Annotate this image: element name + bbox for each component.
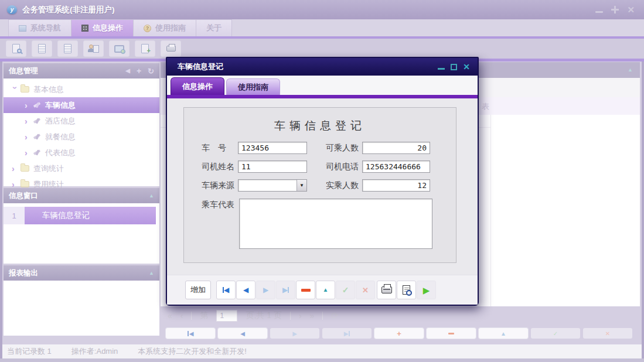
nav-last-button[interactable]: ▶ bbox=[322, 328, 372, 339]
pager-divider bbox=[290, 312, 291, 320]
nav-edit-button[interactable]: ▲ bbox=[479, 328, 528, 339]
minus-icon bbox=[301, 289, 311, 292]
tree-item-basic-info[interactable]: › 基本信息 bbox=[4, 81, 159, 97]
window-controls: ✕ bbox=[595, 5, 635, 14]
report-output-panel-header: 报表输出 ▲ bbox=[4, 265, 159, 281]
grid-header-label: 表 bbox=[482, 101, 489, 112]
last-record-button[interactable]: ▶ bbox=[276, 281, 295, 299]
pager-last-icon[interactable]: » bbox=[310, 311, 315, 320]
capacity-input[interactable] bbox=[362, 142, 430, 154]
document-add-icon[interactable]: + bbox=[135, 40, 155, 57]
vehicle-no-input[interactable] bbox=[238, 142, 307, 154]
post-record-button[interactable]: ✓ bbox=[336, 281, 355, 299]
pager-page-label: 第 bbox=[200, 310, 208, 321]
chevron-down-icon[interactable]: › bbox=[11, 86, 19, 93]
dialog-minimize-icon[interactable] bbox=[438, 68, 445, 70]
tab-label: 使用指南 bbox=[155, 23, 186, 33]
chevron-right-icon[interactable]: › bbox=[25, 133, 31, 141]
nav-insert-button[interactable]: + bbox=[374, 328, 424, 339]
nav-post-button[interactable]: ✓ bbox=[531, 328, 580, 339]
printer-icon bbox=[381, 286, 392, 293]
chevron-right-icon[interactable]: › bbox=[25, 101, 31, 110]
tab-system-nav[interactable]: 系统导航 bbox=[8, 19, 71, 36]
chevron-right-icon[interactable]: › bbox=[25, 149, 31, 157]
print-preview-button[interactable] bbox=[397, 281, 416, 299]
tab-label: 关于 bbox=[206, 23, 222, 33]
close-icon[interactable]: ✕ bbox=[627, 5, 635, 14]
window-browse-icon[interactable] bbox=[109, 40, 130, 57]
minimize-icon[interactable] bbox=[595, 11, 603, 13]
record-navigator: ◀ ◀ ▶ ▶ + ▲ ✓ ✕ bbox=[166, 328, 632, 339]
restore-icon[interactable] bbox=[611, 6, 619, 13]
folder-icon bbox=[21, 86, 29, 93]
tree-item-label: 查询统计 bbox=[33, 163, 64, 174]
driver-name-input[interactable] bbox=[238, 160, 307, 173]
refresh-icon[interactable]: ↻ bbox=[148, 67, 154, 75]
dialog-tab-user-guide[interactable]: 使用指南 bbox=[226, 78, 280, 95]
search-document-icon[interactable] bbox=[6, 40, 26, 57]
collapse-icon[interactable]: ▲ bbox=[149, 271, 154, 276]
print-export-icon[interactable] bbox=[161, 40, 181, 57]
vehicle-source-select[interactable]: ▼ bbox=[238, 179, 307, 192]
nav-next-button[interactable]: ▶ bbox=[270, 328, 319, 339]
tree-item-label: 代表信息 bbox=[45, 148, 76, 158]
tree-item-query-stats[interactable]: › 查询统计 bbox=[4, 160, 159, 176]
collapse-icon[interactable]: ▲ bbox=[628, 67, 633, 73]
left-triangle-icon: ◀ bbox=[243, 286, 248, 293]
tab-info-operation[interactable]: 信息操作 bbox=[71, 19, 134, 36]
info-manage-panel-header: 信息管理 ◀ + ↻ bbox=[4, 63, 159, 78]
form-view-icon[interactable] bbox=[32, 40, 52, 57]
passengers-label: 乘车代表 bbox=[202, 199, 234, 211]
info-manage-tree: › 基本信息 › 车辆信息 › 酒店信息 › 就餐信息 › bbox=[4, 78, 159, 186]
nav-prior-button[interactable]: ◀ bbox=[218, 328, 267, 339]
prior-record-button[interactable]: ◀ bbox=[236, 281, 255, 299]
collapse-icon[interactable]: ▲ bbox=[149, 193, 154, 199]
edit-record-button[interactable]: ▲ bbox=[316, 281, 335, 299]
run-button[interactable]: ▶ bbox=[417, 281, 436, 299]
chevron-right-icon[interactable]: › bbox=[12, 165, 18, 173]
first-record-button[interactable]: ◀ bbox=[216, 281, 236, 299]
actual-count-input[interactable] bbox=[362, 179, 430, 192]
grid-pager: « ‹ 第 页,共 1 页 › » ⟳ bbox=[168, 309, 339, 323]
document-icon[interactable] bbox=[57, 40, 78, 57]
nav-first-button[interactable]: ◀ bbox=[166, 328, 215, 339]
pager-refresh-icon[interactable]: ⟳ bbox=[331, 310, 339, 321]
next-record-button[interactable]: ▶ bbox=[256, 281, 275, 299]
pager-page-input[interactable] bbox=[216, 310, 237, 322]
print-button[interactable] bbox=[377, 281, 396, 299]
delegate-card-icon[interactable] bbox=[83, 40, 104, 57]
tree-item-label: 酒店信息 bbox=[45, 116, 76, 127]
tree-item-delegate-info[interactable]: › 代表信息 bbox=[4, 145, 159, 160]
delete-record-button[interactable] bbox=[296, 281, 315, 299]
play-icon: ▶ bbox=[423, 286, 430, 295]
nav-cancel-button[interactable]: ✕ bbox=[583, 328, 632, 339]
dialog-maximize-icon[interactable] bbox=[451, 64, 457, 70]
pager-prev-icon[interactable]: ‹ bbox=[180, 311, 183, 320]
add-icon[interactable]: + bbox=[137, 67, 141, 75]
dialog-tab-info-operation[interactable]: 信息操作 bbox=[171, 77, 224, 95]
tree-item-vehicle-info[interactable]: › 车辆信息 bbox=[4, 97, 159, 113]
cancel-record-button[interactable]: ✕ bbox=[356, 281, 375, 299]
tab-user-guide[interactable]: ? 使用指南 bbox=[134, 19, 196, 36]
dialog-close-icon[interactable]: ✕ bbox=[463, 63, 470, 71]
add-button[interactable]: 增加 bbox=[185, 281, 211, 299]
panel-title: 报表输出 bbox=[9, 268, 38, 278]
collapse-left-icon[interactable]: ◀ bbox=[125, 68, 130, 74]
vehicle-item-icon bbox=[33, 101, 41, 109]
list-item[interactable]: 1 车辆信息登记 bbox=[4, 207, 159, 224]
tab-about[interactable]: 关于 bbox=[196, 19, 232, 36]
nav-delete-button[interactable] bbox=[427, 328, 476, 339]
chevron-right-icon[interactable]: › bbox=[12, 180, 18, 189]
pager-next-icon[interactable]: › bbox=[299, 311, 302, 320]
driver-phone-input[interactable] bbox=[362, 160, 430, 173]
bar-shape bbox=[349, 331, 350, 336]
tree-item-dining-info[interactable]: › 就餐信息 bbox=[4, 129, 159, 145]
tree-item-hotel-info[interactable]: › 酒店信息 bbox=[4, 113, 159, 129]
chevron-down-icon[interactable]: ▼ bbox=[297, 180, 306, 191]
passengers-textarea[interactable] bbox=[239, 199, 432, 249]
pager-first-icon[interactable]: « bbox=[168, 311, 172, 320]
dialog-titlebar[interactable]: 车辆信息登记 ✕ bbox=[167, 58, 478, 76]
list-item-label[interactable]: 车辆信息登记 bbox=[25, 207, 156, 224]
page-shape bbox=[64, 44, 71, 53]
chevron-right-icon[interactable]: › bbox=[25, 117, 31, 125]
